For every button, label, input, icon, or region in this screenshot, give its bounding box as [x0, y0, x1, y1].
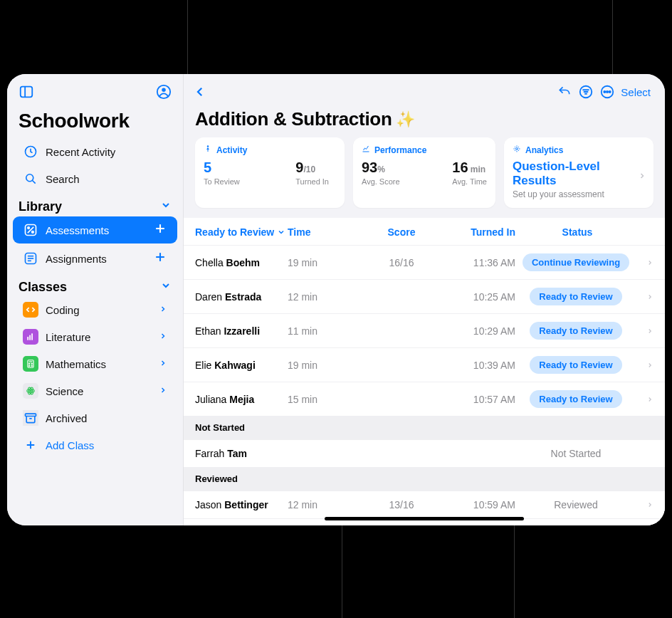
status-cell: Not Started [515, 448, 636, 459]
sidebar-recent-activity[interactable]: Recent Activity [13, 139, 177, 164]
table-row[interactable]: Jason Bettinger 12 min 13/16 10:59 AM Re… [184, 491, 665, 518]
svg-rect-32 [26, 414, 36, 416]
table-row[interactable]: Ethan Izzarelli 11 min 10:29 AM Ready to… [184, 313, 665, 347]
undo-button[interactable] [554, 81, 575, 103]
table-row[interactable]: Chella Boehm 19 min 16/16 11:36 AM Conti… [184, 245, 665, 279]
header-status[interactable]: Status [515, 226, 653, 238]
student-name: Chella Boehm [195, 257, 288, 268]
sidebar-item-label: Add Class [46, 439, 94, 451]
classes-section-header[interactable]: Classes [7, 273, 183, 296]
svg-point-43 [609, 91, 611, 93]
sidebar-item-label: Search [46, 173, 80, 185]
avg-time-value: 16 min [452, 159, 487, 176]
turned-in-cell: 10:57 AM [444, 394, 515, 405]
svg-rect-21 [31, 333, 33, 340]
time-cell: 11 min [288, 325, 359, 337]
status-cell: Ready to Review [515, 288, 636, 305]
profile-icon[interactable] [156, 84, 172, 103]
student-name: Elie Kahwagi [195, 360, 288, 371]
time-cell: 19 min [288, 257, 359, 268]
sidebar-item-science[interactable]: Science [13, 378, 177, 404]
sidebar-item-literature[interactable]: Literature [13, 324, 177, 350]
list-icon [23, 251, 38, 266]
section-label: Classes [19, 280, 67, 295]
sidebar-item-assignments[interactable]: Assignments [13, 245, 177, 272]
sidebar-item-assessments[interactable]: Assessments [13, 216, 177, 243]
svg-point-10 [32, 231, 34, 234]
table-row[interactable]: Farrah Tam Not Started [184, 439, 665, 467]
table-row[interactable]: Daren Estrada 12 min 10:25 AM Ready to R… [184, 279, 665, 313]
home-indicator[interactable] [325, 517, 524, 520]
page-title: Addition & Subtraction ✨ [184, 103, 665, 137]
sidebar-item-coding[interactable]: Coding [13, 297, 177, 323]
header-turned-in[interactable]: Turned In [444, 226, 515, 238]
score-cell: 13/16 [359, 499, 444, 510]
svg-point-26 [29, 365, 30, 366]
svg-point-42 [607, 91, 608, 93]
status-cell: Ready to Review [515, 356, 636, 374]
sidebar-item-mathematics[interactable]: Mathematics [13, 351, 177, 377]
turned-in-cell: 10:59 AM [444, 499, 515, 510]
table-row[interactable]: Juliana Mejia 15 min 10:57 AM Ready to R… [184, 382, 665, 416]
plus-icon [23, 437, 38, 453]
sidebar-search[interactable]: Search [13, 166, 177, 192]
svg-point-24 [29, 363, 30, 364]
wand-icon [513, 145, 521, 155]
avg-score-value: 93% [362, 159, 400, 176]
performance-card[interactable]: Performance 93% Avg. Score 16 min Avg. T… [353, 137, 495, 208]
table-header-row: Ready to Review Time Score Turned In Sta… [184, 218, 665, 245]
header-time[interactable]: Time [288, 226, 359, 238]
status-pill[interactable]: Continue Reviewing [523, 253, 629, 271]
chevron-right-icon [159, 303, 167, 316]
page-title-text: Addition & Subtraction [195, 108, 392, 130]
status-pill[interactable]: Ready to Review [530, 356, 621, 374]
activity-card[interactable]: Activity 5 To Review 9/10 Turned In [195, 137, 345, 208]
select-button[interactable]: Select [618, 86, 653, 98]
svg-point-28 [30, 390, 31, 392]
turned-in-cell: 10:25 AM [444, 291, 515, 303]
time-cell: 12 min [288, 499, 359, 510]
table-row[interactable]: Elie Kahwagi 19 min 10:39 AM Ready to Re… [184, 347, 665, 382]
status-pill[interactable]: Ready to Review [530, 390, 621, 408]
student-name: Farrah Tam [195, 448, 288, 459]
chevron-down-icon [160, 199, 172, 214]
turned-in-cell: 11:36 AM [444, 257, 515, 268]
chevron-right-icon [636, 325, 653, 337]
svg-line-6 [33, 181, 36, 184]
avg-score-label: Avg. Score [362, 177, 400, 186]
sidebar-item-label: Literature [46, 331, 90, 343]
student-name: Jason Bettinger [195, 499, 288, 510]
svg-point-9 [28, 227, 30, 229]
student-name: Ethan Izzarelli [195, 325, 288, 337]
math-icon [23, 356, 38, 372]
filter-button[interactable] [575, 81, 597, 103]
avg-time-label: Avg. Time [452, 177, 487, 186]
sidebar-item-label: Mathematics [46, 358, 106, 370]
analytics-subtitle: Set up your assessment [513, 189, 645, 199]
back-button[interactable] [189, 81, 211, 103]
sidebar-item-label: Recent Activity [46, 146, 115, 158]
svg-point-25 [31, 363, 32, 364]
app-window: Schoolwork Recent Activity Search Librar… [7, 74, 665, 525]
status-pill[interactable]: Ready to Review [530, 288, 621, 305]
analytics-card[interactable]: Analytics Question-Level Results Set up … [504, 137, 653, 208]
svg-rect-20 [29, 335, 31, 340]
reviewed-group-header: Reviewed [184, 467, 665, 491]
card-head-label: Analytics [525, 145, 563, 155]
header-name[interactable]: Ready to Review [195, 226, 288, 238]
sidebar-add-class[interactable]: Add Class [13, 432, 177, 458]
more-button[interactable] [597, 81, 618, 103]
results-table: Ready to Review Time Score Turned In Sta… [184, 218, 665, 525]
add-icon[interactable] [153, 221, 167, 239]
svg-rect-19 [27, 337, 28, 340]
callout-line [187, 0, 188, 74]
analytics-title: Question-Level Results [513, 159, 645, 188]
turned-in-label: Turned In [295, 177, 329, 186]
sidebar-toggle-icon[interactable] [19, 84, 34, 103]
sidebar-item-archived[interactable]: Archived [13, 405, 177, 431]
library-section-header[interactable]: Library [7, 192, 183, 216]
status-pill[interactable]: Ready to Review [530, 322, 621, 340]
add-icon[interactable] [153, 250, 167, 267]
header-score[interactable]: Score [359, 226, 444, 238]
sidebar: Schoolwork Recent Activity Search Librar… [7, 74, 184, 525]
